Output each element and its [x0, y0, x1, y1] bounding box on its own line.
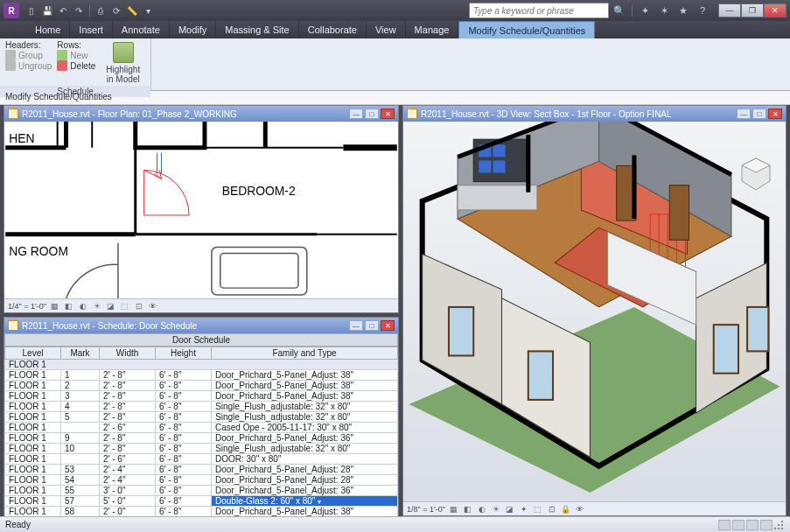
qat-redo-icon[interactable]: ↷ [72, 4, 86, 18]
rendering-icon[interactable]: ✦ [519, 504, 529, 514]
view-maximize-button[interactable]: □ [365, 320, 379, 331]
tab-annotate[interactable]: Annotate [113, 21, 170, 38]
shadows-icon[interactable]: ◪ [505, 504, 515, 514]
table-row[interactable]: FLOOR 1575' - 0"6' - 8"Double-Glass 2: 6… [5, 496, 398, 507]
table-row[interactable]: FLOOR 1553' - 0"6' - 8"Door_Prichard_5-P… [5, 486, 398, 496]
window-close-button[interactable]: ✕ [764, 4, 787, 18]
communication-icon[interactable]: ✶ [655, 3, 673, 18]
qat-undo-icon[interactable]: ↶ [56, 4, 70, 18]
delete-row-button[interactable]: Delete [57, 60, 95, 71]
tab-modify[interactable]: Modify [170, 21, 216, 38]
view-close-button[interactable]: ✕ [768, 108, 782, 119]
qat-open-icon[interactable]: ▯ [24, 4, 38, 18]
crop-show-icon[interactable]: ⊡ [547, 504, 557, 514]
schedule-col-header[interactable]: Mark [61, 347, 100, 360]
view3d-canvas[interactable] [403, 122, 786, 501]
schedule-group-row[interactable]: FLOOR 1 [5, 360, 398, 370]
qat-sync-icon[interactable]: ⟳ [109, 4, 123, 18]
sun-path-icon[interactable]: ☀ [491, 504, 501, 514]
floorplan-title-bar[interactable]: R2011_House.rvt - Floor Plan: 01_Phase 2… [4, 106, 398, 122]
view3d-scale[interactable]: 1/8" = 1'-0" [407, 505, 445, 514]
svg-rect-24 [493, 160, 505, 172]
view-maximize-button[interactable]: □ [752, 108, 766, 119]
svg-rect-33 [781, 524, 783, 526]
detail-level-icon[interactable]: ◧ [64, 301, 74, 312]
table-row[interactable]: FLOOR 192' - 8"6' - 8"Door_Prichard_5-Pa… [5, 433, 398, 444]
visual-style-icon[interactable]: ◐ [78, 301, 88, 312]
table-row[interactable]: FLOOR 12' - 6"6' - 8"Cased Ope - 2005-11… [5, 423, 398, 433]
table-row[interactable]: FLOOR 142' - 8"6' - 8"Single_Flush_adjus… [5, 402, 398, 412]
status-icon-1[interactable] [718, 520, 731, 530]
shadows-icon[interactable]: ◪ [106, 301, 116, 312]
view-close-button[interactable]: ✕ [381, 108, 395, 119]
table-row[interactable]: FLOOR 132' - 8"6' - 8"Door_Prichard_5-Pa… [5, 391, 398, 402]
table-row[interactable]: FLOOR 12' - 6"6' - 8"DOOR: 30" x 80" [5, 454, 398, 465]
table-row[interactable]: FLOOR 152' - 8"6' - 8"Single_Flush_adjus… [5, 412, 398, 423]
table-row[interactable]: FLOOR 112' - 8"6' - 8"Door_Prichard_5-Pa… [5, 370, 398, 381]
new-row-button[interactable]: New [57, 50, 95, 60]
tab-collaborate[interactable]: Collaborate [299, 21, 367, 38]
schedule-col-header[interactable]: Level [5, 347, 61, 360]
resize-grip[interactable] [773, 519, 785, 531]
qat-print-icon[interactable]: ⎙ [94, 4, 108, 18]
view-minimize-button[interactable]: — [349, 320, 363, 331]
lock-icon[interactable]: 🔒 [561, 504, 571, 514]
floorplan-canvas[interactable]: HEN NG ROOM BEDROOM-2 [4, 122, 398, 298]
view-minimize-button[interactable]: — [349, 108, 363, 119]
floorplan-scale[interactable]: 1/4" = 1'-0" [8, 302, 46, 311]
scale-icon[interactable]: ▦ [50, 301, 60, 312]
view-cube[interactable] [738, 157, 773, 192]
favorites-icon[interactable]: ★ [675, 3, 692, 18]
hide-icon[interactable]: 👁 [575, 504, 585, 514]
view-icon [8, 108, 18, 119]
view-close-button[interactable]: ✕ [381, 320, 395, 331]
ribbon-rows-group: Rows: New Delete [57, 40, 95, 86]
tab-insert[interactable]: Insert [70, 21, 113, 38]
help-icon[interactable]: ? [694, 3, 711, 18]
svg-rect-28 [669, 186, 689, 241]
table-row[interactable]: FLOOR 1532' - 4"6' - 8"Door_Prichard_5-P… [5, 465, 398, 475]
search-go-icon[interactable]: 🔍 [611, 3, 628, 18]
sun-path-icon[interactable]: ☀ [92, 301, 102, 312]
window-minimize-button[interactable]: — [718, 4, 741, 18]
status-filter-icon[interactable] [760, 520, 773, 530]
view-minimize-button[interactable]: — [737, 108, 751, 119]
group-button[interactable]: Group [5, 50, 52, 60]
highlight-in-model-button[interactable]: Highlight in Model [101, 40, 145, 86]
window-restore-button[interactable]: ❐ [741, 4, 764, 18]
tab-manage[interactable]: Manage [406, 21, 459, 38]
crop-show-icon[interactable]: ⊡ [134, 301, 144, 312]
crop-icon[interactable]: ⬚ [120, 301, 130, 312]
table-row[interactable]: FLOOR 1582' - 0"6' - 8"Door_Prichard_5-P… [5, 507, 398, 517]
tab-home[interactable]: Home [26, 21, 70, 38]
table-row[interactable]: FLOOR 1542' - 4"6' - 8"Door_Prichard_5-P… [5, 475, 398, 486]
qat-save-icon[interactable]: 💾 [40, 4, 54, 18]
view-maximize-button[interactable]: □ [365, 108, 379, 119]
table-row[interactable]: FLOOR 1102' - 8"6' - 8"Single_Flush_adju… [5, 444, 398, 454]
schedule-title-bar[interactable]: R2011_House.rvt - Schedule: Door Schedul… [4, 318, 398, 333]
view3d-window: R2011_House.rvt - 3D View: Sect Box - 1s… [402, 105, 787, 516]
schedule-col-header[interactable]: Width [100, 347, 156, 360]
app-menu-button[interactable]: R [3, 3, 19, 18]
table-row[interactable]: FLOOR 122' - 8"6' - 8"Door_Prichard_5-Pa… [5, 381, 398, 391]
subscription-icon[interactable]: ✦ [636, 3, 654, 18]
qat-measure-icon[interactable]: 📏 [125, 4, 139, 18]
qat-dropdown-icon[interactable]: ▾ [141, 4, 155, 18]
search-input[interactable] [469, 3, 609, 18]
tab-view[interactable]: View [367, 21, 406, 38]
schedule-col-header[interactable]: Family and Type [212, 347, 398, 360]
detail-level-icon[interactable]: ◧ [463, 504, 473, 514]
hide-icon[interactable]: 👁 [148, 301, 158, 312]
crop-icon[interactable]: ⬚ [533, 504, 543, 514]
schedule-col-header[interactable]: Height [156, 347, 212, 360]
schedule-grid[interactable]: Door Schedule LevelMarkWidthHeightFamily… [4, 333, 398, 528]
status-icon-2[interactable] [732, 520, 745, 530]
view3d-title-bar[interactable]: R2011_House.rvt - 3D View: Sect Box - 1s… [403, 106, 786, 122]
visual-style-icon[interactable]: ◐ [477, 504, 487, 514]
ungroup-button[interactable]: Ungroup [5, 60, 52, 71]
tab-modify-schedule-quantities[interactable]: Modify Schedule/Quantities [458, 21, 595, 38]
status-icon-3[interactable] [746, 520, 759, 530]
schedule-table[interactable]: LevelMarkWidthHeightFamily and TypeFLOOR… [4, 346, 398, 528]
scale-icon[interactable]: ▦ [449, 504, 459, 514]
tab-massing-site[interactable]: Massing & Site [216, 21, 298, 38]
